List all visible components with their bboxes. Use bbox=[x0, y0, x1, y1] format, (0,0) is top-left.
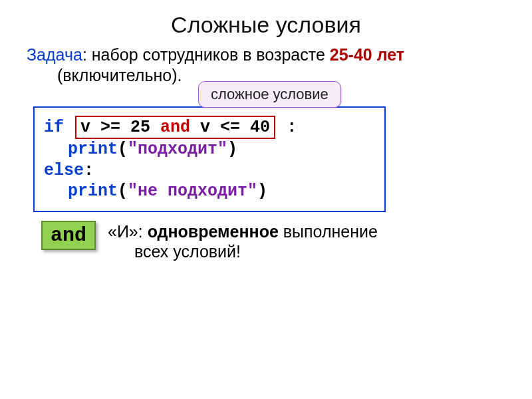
if-colon: : bbox=[287, 118, 297, 137]
and-desc-line2: всех условий! bbox=[134, 241, 378, 261]
callout-label: сложное условие bbox=[198, 81, 341, 108]
and-desc-line1: «И»: одновременное выполнение bbox=[108, 221, 378, 241]
code-line-3: else: bbox=[44, 160, 375, 181]
task-text1: : набор сотрудников в возрасте bbox=[82, 45, 330, 64]
num-25: 25 bbox=[130, 118, 150, 137]
kw-if: if bbox=[44, 118, 64, 137]
cond-mid: v <= bbox=[200, 118, 250, 137]
and-badge-wrap: and bbox=[41, 221, 96, 250]
kw-and: and bbox=[150, 118, 200, 137]
slide: Сложные условия Задача: набор сотруднико… bbox=[0, 0, 532, 399]
kw-else: else bbox=[44, 161, 84, 180]
task-age: 25-40 лет bbox=[330, 45, 404, 64]
kw-print-2: print bbox=[68, 182, 118, 201]
str-1: "подходит" bbox=[128, 140, 227, 159]
rparen-1: ) bbox=[227, 140, 237, 159]
quote-and: «И»: bbox=[108, 222, 148, 241]
str-2: "не подходит" bbox=[128, 182, 257, 201]
code-block: if v >= 25 and v <= 40 : print("подходит… bbox=[33, 106, 386, 212]
task-label: Задача bbox=[27, 45, 82, 64]
task-text: Задача: набор сотрудников в возрасте 25-… bbox=[0, 38, 532, 86]
code-line-1: if v >= 25 and v <= 40 : bbox=[44, 116, 375, 139]
kw-print-1: print bbox=[68, 140, 118, 159]
cond-pre: v >= bbox=[80, 118, 130, 137]
code-line-2: print("подходит") bbox=[44, 139, 375, 160]
and-description: «И»: одновременное выполнение всех услов… bbox=[108, 221, 378, 261]
and-badge: and bbox=[41, 221, 96, 250]
code-line-4: print("не подходит") bbox=[44, 181, 375, 201]
num-40: 40 bbox=[250, 118, 270, 137]
lparen-2: ( bbox=[118, 182, 128, 201]
rparen-2: ) bbox=[257, 182, 267, 201]
else-colon: : bbox=[84, 161, 94, 180]
and-bold: одновременное bbox=[148, 222, 279, 241]
page-title: Сложные условия bbox=[0, 0, 532, 38]
condition-box: v >= 25 and v <= 40 bbox=[75, 116, 275, 139]
lparen-1: ( bbox=[118, 140, 128, 159]
and-rest: выполнение bbox=[279, 222, 378, 241]
